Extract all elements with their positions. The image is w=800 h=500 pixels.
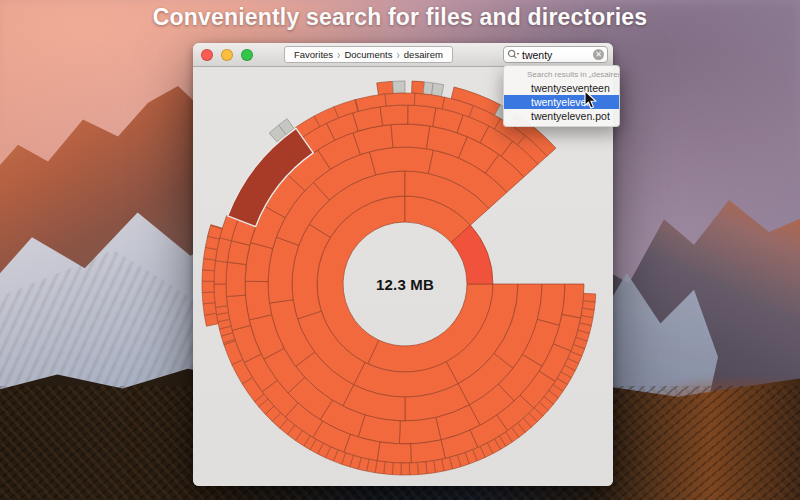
- chevron-right-icon: ›: [394, 48, 401, 62]
- window-titlebar[interactable]: Favorites›Documents›desairem ✕: [193, 43, 613, 67]
- sunburst-segment[interactable]: [409, 463, 418, 475]
- search-result-item[interactable]: twentyeleven.pot: [504, 109, 619, 123]
- sunburst-segment[interactable]: [245, 281, 272, 320]
- sunburst-segment[interactable]: [583, 293, 596, 302]
- sunburst-segment[interactable]: [202, 270, 214, 281]
- total-size-label: 12.3 MB: [376, 276, 434, 293]
- sunlit-rocks-glow: [600, 378, 800, 500]
- sunburst-segment[interactable]: [408, 105, 436, 126]
- sunburst-segment[interactable]: [214, 261, 227, 284]
- chevron-right-icon: ›: [335, 48, 342, 62]
- sunburst-segment[interactable]: [203, 303, 216, 315]
- sunburst-segment[interactable]: [202, 259, 215, 271]
- clear-search-icon[interactable]: ✕: [593, 49, 604, 60]
- sunburst-segment[interactable]: [392, 463, 401, 475]
- sunburst-segment[interactable]: [385, 93, 415, 106]
- breadcrumb-item-documents[interactable]: Documents: [342, 49, 394, 60]
- search-result-item[interactable]: twentyeleven: [504, 95, 619, 109]
- search-results-dropdown: Search results in „desairem“ twentyseven…: [503, 65, 620, 127]
- sunburst-segment[interactable]: [204, 313, 218, 326]
- chart-area: 12.3 MB: [193, 67, 613, 486]
- hero-title: Conveniently search for files and direct…: [0, 4, 800, 31]
- sunburst-segment[interactable]: [377, 442, 411, 463]
- sunburst-segment[interactable]: [377, 81, 394, 94]
- sunburst-segment[interactable]: [380, 105, 408, 126]
- breadcrumb-item-favorites[interactable]: Favorites: [292, 49, 335, 60]
- sunburst-segment[interactable]: [399, 417, 441, 444]
- sunburst-segment[interactable]: [562, 284, 584, 318]
- desktop: Conveniently search for files and direct…: [0, 0, 800, 500]
- sunburst-segment[interactable]: [202, 292, 215, 304]
- sunburst-segment[interactable]: [226, 262, 246, 296]
- search-results-header: Search results in „desairem“: [504, 68, 619, 81]
- sunburst-segment[interactable]: [214, 284, 227, 307]
- sunburst-segment[interactable]: [401, 463, 410, 475]
- sunburst-segment[interactable]: [417, 462, 426, 475]
- search-input[interactable]: [520, 48, 593, 61]
- sunburst-segment[interactable]: [412, 81, 425, 94]
- breadcrumb-item-desairem[interactable]: desairem: [402, 49, 445, 60]
- sunburst-segment[interactable]: [391, 124, 430, 149]
- sunburst-segment[interactable]: [393, 81, 405, 93]
- sunburst-segment[interactable]: [426, 461, 436, 474]
- close-button[interactable]: [201, 49, 213, 61]
- sunburst-segment[interactable]: [432, 83, 444, 97]
- sunburst-segment[interactable]: [370, 147, 434, 175]
- search-icon[interactable]: [507, 49, 520, 60]
- traffic-lights: [201, 49, 253, 61]
- minimize-button[interactable]: [221, 49, 233, 61]
- zoom-button[interactable]: [241, 49, 253, 61]
- sunburst-segment[interactable]: [202, 281, 214, 292]
- search-field[interactable]: ✕: [503, 46, 608, 63]
- search-result-item[interactable]: twentyseventeen: [504, 81, 619, 95]
- mouse-cursor: [584, 90, 598, 110]
- breadcrumb: Favorites›Documents›desairem: [284, 46, 453, 63]
